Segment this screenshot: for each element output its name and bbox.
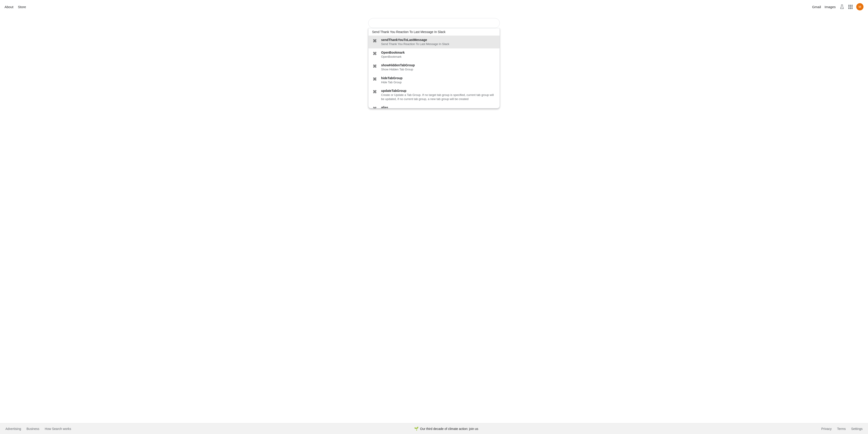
footer-advertising[interactable]: Advertising: [5, 427, 21, 431]
apps-icon[interactable]: [848, 5, 852, 9]
footer-center: 🌱 Our third decade of climate action: jo…: [414, 427, 478, 431]
nav-gmail[interactable]: Gmail: [812, 5, 821, 9]
suggestion-item[interactable]: ⌘ sendThankYouToLastMessage Send Thank Y…: [368, 36, 500, 49]
footer-terms[interactable]: Terms: [837, 427, 846, 431]
command-icon: ⌘: [372, 89, 377, 94]
suggestions-list: ⌘ sendThankYouToLastMessage Send Thank Y…: [368, 36, 500, 108]
nav-store[interactable]: Store: [18, 5, 26, 9]
suggestion-title: sendThankYouToLastMessage: [381, 38, 496, 41]
main-content: Send Thank You Reaction To Last Message …: [0, 13, 868, 28]
suggestion-description: Send Thank You Reaction To Last Message …: [381, 42, 496, 46]
svg-point-0: [841, 7, 842, 8]
header-nav-right: Gmail Images M: [812, 3, 864, 10]
suggestion-item[interactable]: ⌘ OpenBookmark OpenBookmark: [368, 49, 500, 61]
suggestion-content: hideTabGroup Hide Tab Group: [381, 76, 496, 84]
suggestion-title: hideTabGroup: [381, 76, 496, 80]
footer-left-links: Advertising Business How Search works: [5, 427, 71, 431]
suggestion-title: OpenBookmark: [381, 51, 496, 54]
suggestion-content: OpenBookmark OpenBookmark: [381, 51, 496, 59]
suggestion-content: sendThankYouToLastMessage Send Thank You…: [381, 38, 496, 46]
search-input-wrapper[interactable]: [368, 18, 500, 28]
query-line[interactable]: Send Thank You Reaction To Last Message …: [368, 28, 500, 36]
search-input[interactable]: [372, 21, 496, 25]
nav-images[interactable]: Images: [825, 5, 836, 9]
command-icon: ⌘: [372, 38, 377, 44]
command-icon: ⌘: [372, 106, 377, 108]
flask-icon[interactable]: [839, 4, 845, 9]
footer-how-search-works[interactable]: How Search works: [45, 427, 71, 431]
nav-about[interactable]: About: [4, 5, 13, 9]
search-container: Send Thank You Reaction To Last Message …: [368, 18, 500, 28]
suggestion-item[interactable]: ⌘ hideTabGroup Hide Tab Group: [368, 74, 500, 87]
suggestion-item[interactable]: ⌘ showHiddenTabGroup Show Hidden Tab Gro…: [368, 61, 500, 74]
suggestion-description: OpenBookmark: [381, 55, 496, 59]
footer-center-text: Our third decade of climate action: join…: [420, 427, 478, 431]
suggestion-description: Create or Update a Tab Group. If no targ…: [381, 93, 496, 101]
autocomplete-dropdown: Send Thank You Reaction To Last Message …: [368, 28, 500, 108]
suggestion-content: updateTabGroup Create or Update a Tab Gr…: [381, 89, 496, 101]
suggestion-content: alias Manage aliases: [381, 106, 496, 108]
suggestion-title: showHiddenTabGroup: [381, 63, 496, 67]
command-icon: ⌘: [372, 63, 377, 69]
footer-business[interactable]: Business: [26, 427, 39, 431]
suggestion-title: updateTabGroup: [381, 89, 496, 92]
footer: Advertising Business How Search works 🌱 …: [0, 423, 868, 434]
command-icon: ⌘: [372, 51, 377, 56]
header-nav-left: About Store: [4, 5, 26, 9]
suggestion-description: Hide Tab Group: [381, 80, 496, 84]
suggestion-title: alias: [381, 106, 496, 108]
leaf-icon: 🌱: [414, 427, 418, 431]
command-icon: ⌘: [372, 76, 377, 82]
footer-right-links: Privacy Terms Settings: [821, 427, 863, 431]
header: About Store Gmail Images M: [0, 0, 868, 13]
suggestion-item[interactable]: ⌘ alias Manage aliases: [368, 104, 500, 108]
avatar[interactable]: M: [856, 3, 864, 10]
suggestion-item[interactable]: ⌘ updateTabGroup Create or Update a Tab …: [368, 87, 500, 104]
svg-point-1: [842, 8, 843, 8]
suggestion-description: Show Hidden Tab Group: [381, 67, 496, 71]
footer-settings[interactable]: Settings: [851, 427, 863, 431]
footer-privacy[interactable]: Privacy: [821, 427, 832, 431]
suggestion-content: showHiddenTabGroup Show Hidden Tab Group: [381, 63, 496, 71]
